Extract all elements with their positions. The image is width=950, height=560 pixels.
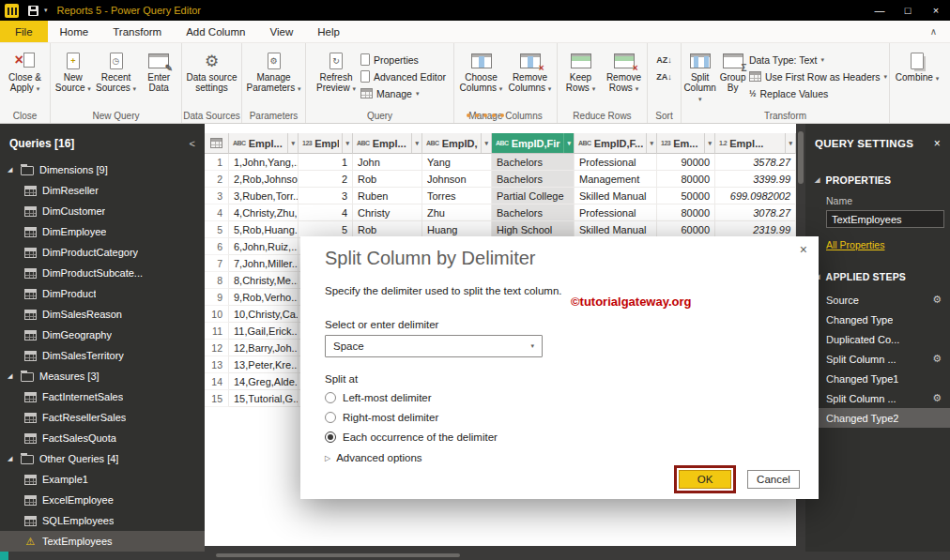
column-header-5-selected[interactable]: ABC EmpID,Firs... ▾ (492, 133, 575, 154)
close-dialog-icon[interactable]: × (800, 242, 807, 257)
table-cell[interactable]: Torres (422, 188, 492, 204)
table-cell[interactable]: 699.0982002 (715, 188, 796, 204)
cancel-button[interactable]: Cancel (747, 470, 800, 489)
table-cell[interactable]: 2 (299, 171, 353, 188)
table-cell[interactable]: 10,Christy,Ca... (229, 306, 299, 323)
tab-view[interactable]: View (258, 21, 306, 42)
table-cell[interactable]: Bachelors (492, 171, 575, 188)
sort-ascending-button[interactable]: AZ↓ (656, 53, 672, 67)
tab-help[interactable]: Help (305, 21, 352, 42)
horizontal-scrollbar-thumb[interactable] (216, 553, 460, 557)
table-cell[interactable]: Johnson (422, 171, 492, 188)
manage-button[interactable]: Manage ▾ (360, 86, 446, 100)
table-cell[interactable]: 1 (299, 154, 353, 171)
query-item[interactable]: FactResellerSales (0, 407, 205, 428)
column-header-8[interactable]: 1.2 Empl... ▾ (715, 133, 796, 154)
folder-other-queries[interactable]: ◢ Other Queries [4] (0, 448, 205, 469)
table-cell[interactable]: 13,Peter,Kre... (229, 356, 299, 373)
all-properties-link[interactable]: All Properties (826, 239, 884, 250)
save-icon[interactable] (28, 6, 38, 16)
table-cell[interactable]: 3078.27 (715, 204, 796, 221)
column-header-1[interactable]: ABC Empl... ▾ (229, 133, 299, 154)
query-item[interactable]: DimProductSubcate... (0, 263, 205, 283)
radio-icon[interactable] (325, 392, 336, 403)
table-cell[interactable]: 15,Tutorial,G... (229, 390, 299, 407)
step-settings-gear-icon[interactable]: ⚙ (932, 353, 942, 365)
data-type-button[interactable]: Data Type: Text ▾ (749, 53, 887, 67)
radio-icon[interactable] (325, 412, 336, 423)
close-window-button[interactable]: × (922, 0, 950, 21)
use-first-row-as-headers-button[interactable]: Use First Row as Headers ▾ (749, 69, 887, 83)
table-cell[interactable]: 3578.27 (715, 154, 796, 171)
query-item[interactable]: DimSalesReason (0, 304, 205, 325)
table-cell[interactable]: 50000 (657, 188, 715, 204)
applied-step-changed-type1[interactable]: Changed Type1 (805, 369, 950, 388)
table-cell[interactable]: Partial College (492, 188, 575, 204)
table-cell[interactable]: 1,John,Yang,... (229, 154, 299, 171)
maximize-button[interactable]: □ (894, 0, 922, 21)
table-cell[interactable]: 12,Barry,Joh... (229, 340, 299, 356)
properties-button[interactable]: Properties (360, 53, 446, 67)
table-cell[interactable]: 2,Rob,Johnso... (229, 171, 299, 188)
expand-icon[interactable]: ◢ (8, 166, 15, 174)
table-cell[interactable]: 90000 (657, 154, 715, 171)
radio-icon-selected[interactable] (325, 431, 336, 443)
table-cell[interactable]: Bachelors (492, 204, 575, 221)
radio-right-most-delimiter[interactable]: Right-most delimiter (325, 410, 498, 425)
recent-sources-button[interactable]: ◷ Recent Sources ▾ (96, 47, 137, 94)
table-cell[interactable]: 8,Christy,Me... (229, 272, 299, 289)
tab-add-column[interactable]: Add Column (174, 21, 257, 42)
query-item[interactable]: FactInternetSales (0, 386, 205, 407)
tab-file[interactable]: File (0, 21, 48, 42)
column-header-3[interactable]: ABC Empl... ▾ (353, 133, 422, 154)
select-all-corner[interactable] (205, 133, 229, 154)
table-cell[interactable]: 80000 (657, 204, 715, 221)
table-cell[interactable]: Rob (353, 171, 422, 188)
table-cell[interactable]: 3 (299, 188, 353, 204)
column-header-7[interactable]: 123 Em... ▾ (657, 133, 715, 154)
step-settings-gear-icon[interactable]: ⚙ (932, 294, 942, 306)
applied-step-source[interactable]: Source ⚙ (805, 290, 950, 310)
expand-icon[interactable]: ◢ (8, 372, 15, 380)
table-cell[interactable]: 5,Rob,Huang... (229, 221, 299, 238)
query-item-textemployees-selected[interactable]: ⚠ TextEmployees (0, 531, 205, 552)
radio-each-occurrence-selected[interactable]: Each occurrence of the delimiter (325, 430, 498, 445)
scrollbar-thumb[interactable] (798, 131, 804, 184)
replace-values-button[interactable]: ½ Replace Values (749, 86, 887, 100)
remove-rows-button[interactable]: × Remove Rows ▾ (604, 47, 645, 94)
remove-columns-button[interactable]: × Remove Columns ▾ (507, 47, 554, 94)
query-item[interactable]: DimSalesTerritory (0, 345, 205, 366)
query-item[interactable]: DimProduct (0, 283, 205, 304)
query-name-input[interactable]: TextEmployees (826, 210, 944, 228)
table-cell[interactable]: 14,Greg,Alde... (229, 373, 299, 390)
combine-button[interactable]: Combine ▾ (893, 47, 942, 83)
table-cell[interactable]: Skilled Manual (575, 188, 657, 204)
query-item[interactable]: DimReseller (0, 180, 205, 201)
table-cell[interactable]: 4,Christy,Zhu,... (229, 204, 299, 221)
table-cell[interactable]: Professional (575, 154, 657, 171)
column-header-2[interactable]: 123 EmpID,... ▾ (299, 133, 353, 154)
expand-icon[interactable]: ◢ (8, 455, 15, 462)
query-item-sqlemployees[interactable]: SQLEmployees (0, 510, 205, 531)
query-item[interactable]: DimProductCategory (0, 242, 205, 263)
manage-parameters-button[interactable]: ⚙ Manage Parameters ▾ (246, 47, 302, 94)
new-source-button[interactable]: + New Source ▾ (53, 47, 94, 94)
table-cell[interactable]: 7,John,Miller... (229, 255, 299, 272)
table-cell[interactable]: Zhu (422, 204, 492, 221)
table-cell[interactable]: Professional (575, 204, 657, 221)
delimiter-dropdown[interactable]: Space ▾ (325, 335, 543, 357)
folder-dimensions[interactable]: ◢ Dimensions [9] (0, 159, 205, 180)
filter-icon[interactable]: ▾ (411, 133, 421, 153)
applied-step-changed-type2-selected[interactable]: × Changed Type2 (805, 408, 950, 428)
filter-icon[interactable]: ▾ (342, 133, 352, 153)
applied-step-changed-type[interactable]: Changed Type (805, 310, 950, 329)
query-item[interactable]: FactSalesQuota (0, 428, 205, 448)
filter-icon[interactable]: ▾ (481, 133, 491, 153)
split-column-button[interactable]: Split Column ▾ (683, 47, 716, 104)
applied-step-duplicated-column[interactable]: Duplicated Co... (805, 329, 950, 349)
table-cell[interactable]: John (353, 154, 422, 171)
filter-icon[interactable]: ▾ (785, 133, 795, 153)
collapse-queries-pane-icon[interactable]: < (190, 138, 195, 149)
advanced-editor-button[interactable]: Advanced Editor (360, 69, 446, 83)
table-cell[interactable]: 11,Gail,Erick... (229, 323, 299, 340)
